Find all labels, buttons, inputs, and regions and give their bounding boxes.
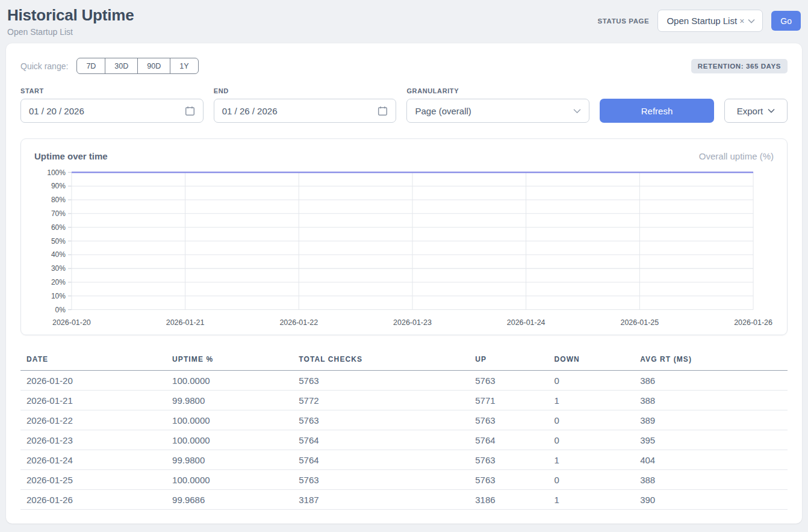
table-cell: 99.9800 bbox=[166, 450, 293, 470]
start-date-label: START bbox=[20, 87, 204, 94]
table-row: 2026-01-2199.9800577257711388 bbox=[20, 391, 788, 410]
uptime-chart: 100%90%80%70%60%50%40%30%20%10%0%2026-01… bbox=[34, 167, 774, 329]
page-title: Historical Uptime bbox=[7, 6, 134, 25]
quick-range-90d[interactable]: 90D bbox=[137, 58, 170, 74]
title-block: Historical Uptime Open Startup List bbox=[7, 6, 134, 37]
quick-range-group: 7D30D90D1Y bbox=[76, 58, 198, 74]
table-cell: 100.0000 bbox=[166, 410, 293, 430]
end-date-field-wrap: END 01 / 26 / 2026 bbox=[214, 87, 397, 123]
calendar-icon[interactable] bbox=[378, 106, 388, 116]
page-subtitle: Open Startup List bbox=[7, 27, 134, 37]
table-cell: 5764 bbox=[293, 430, 469, 450]
table-cell: 100.0000 bbox=[166, 371, 293, 391]
table-row: 2026-01-2699.9686318731861390 bbox=[20, 490, 788, 510]
retention-badge: RETENTION: 365 DAYS bbox=[691, 59, 788, 73]
granularity-label: GRANULARITY bbox=[406, 87, 589, 94]
table-cell: 0 bbox=[548, 430, 634, 450]
table-cell: 404 bbox=[634, 450, 788, 470]
topbar: Historical Uptime Open Startup List STAT… bbox=[0, 0, 808, 43]
end-date-label: END bbox=[214, 87, 397, 94]
table-cell: 0 bbox=[548, 371, 634, 391]
table-cell: 395 bbox=[634, 430, 788, 450]
status-page-select[interactable]: Open Startup List × bbox=[657, 10, 763, 32]
table-cell: 2026-01-24 bbox=[20, 450, 166, 470]
table-row: 2026-01-23100.0000576457640395 bbox=[20, 430, 788, 450]
export-button[interactable]: Export bbox=[724, 99, 788, 123]
uptime-chart-card: Uptime over time Overall uptime (%) 100%… bbox=[20, 138, 788, 335]
svg-text:80%: 80% bbox=[51, 196, 66, 204]
table-cell: 2026-01-21 bbox=[20, 391, 166, 410]
table-cell: 390 bbox=[634, 490, 788, 510]
quick-range-label: Quick range: bbox=[20, 61, 68, 71]
svg-text:100%: 100% bbox=[47, 168, 66, 176]
table-cell: 2026-01-20 bbox=[20, 371, 166, 391]
quick-range-30d[interactable]: 30D bbox=[105, 58, 138, 74]
svg-text:2026-01-23: 2026-01-23 bbox=[393, 317, 432, 326]
svg-text:2026-01-25: 2026-01-25 bbox=[620, 317, 659, 326]
table-cell: 389 bbox=[634, 410, 788, 430]
table-cell: 5763 bbox=[469, 470, 548, 490]
end-date-value: 01 / 26 / 2026 bbox=[222, 106, 278, 116]
chevron-down-icon bbox=[748, 19, 755, 23]
table-cell: 1 bbox=[548, 490, 634, 510]
uptime-table-head: DATEUPTIME %TOTAL CHECKSUPDOWNAVG RT (MS… bbox=[20, 350, 788, 371]
granularity-select[interactable]: Page (overall) bbox=[406, 99, 589, 123]
table-cell: 99.9800 bbox=[166, 391, 293, 410]
status-page-label: STATUS PAGE bbox=[598, 17, 650, 25]
table-cell: 2026-01-23 bbox=[20, 430, 166, 450]
chevron-down-icon bbox=[768, 108, 775, 113]
table-cell: 388 bbox=[634, 391, 788, 410]
table-cell: 5763 bbox=[469, 450, 548, 470]
start-date-input[interactable]: 01 / 20 / 2026 bbox=[20, 99, 204, 123]
table-cell: 100.0000 bbox=[166, 470, 293, 490]
svg-text:0%: 0% bbox=[55, 306, 66, 314]
granularity-selected-value: Page (overall) bbox=[415, 106, 471, 116]
status-page-selected-value: Open Startup List bbox=[667, 16, 737, 26]
svg-text:20%: 20% bbox=[51, 278, 66, 286]
end-date-input[interactable]: 01 / 26 / 2026 bbox=[214, 99, 397, 123]
svg-text:70%: 70% bbox=[51, 209, 66, 218]
table-cell: 1 bbox=[548, 391, 634, 410]
svg-text:50%: 50% bbox=[51, 237, 66, 245]
table-cell: 3186 bbox=[469, 490, 548, 510]
column-header: UPTIME % bbox=[166, 350, 293, 371]
table-cell: 0 bbox=[548, 410, 634, 430]
svg-text:2026-01-22: 2026-01-22 bbox=[279, 317, 318, 326]
clear-selection-icon[interactable]: × bbox=[739, 16, 744, 26]
go-button[interactable]: Go bbox=[771, 11, 801, 31]
refresh-button[interactable]: Refresh bbox=[600, 99, 714, 123]
table-cell: 5772 bbox=[293, 391, 469, 410]
table-cell: 5763 bbox=[469, 371, 548, 391]
column-header: UP bbox=[469, 350, 548, 371]
calendar-icon[interactable] bbox=[185, 106, 195, 116]
table-cell: 100.0000 bbox=[166, 430, 293, 450]
start-date-field-wrap: START 01 / 20 / 2026 bbox=[20, 87, 204, 123]
table-row: 2026-01-22100.0000576357630389 bbox=[20, 410, 788, 430]
export-button-label: Export bbox=[737, 106, 763, 116]
uptime-table-body: 2026-01-20100.00005763576303862026-01-21… bbox=[20, 371, 788, 510]
uptime-table: DATEUPTIME %TOTAL CHECKSUPDOWNAVG RT (MS… bbox=[20, 350, 788, 510]
table-cell: 2026-01-25 bbox=[20, 470, 166, 490]
svg-text:2026-01-26: 2026-01-26 bbox=[734, 317, 772, 326]
start-date-value: 01 / 20 / 2026 bbox=[29, 106, 84, 116]
column-header: DOWN bbox=[548, 350, 634, 371]
svg-text:2026-01-24: 2026-01-24 bbox=[507, 317, 545, 326]
table-cell: 2026-01-26 bbox=[20, 490, 166, 510]
column-header: DATE bbox=[20, 350, 166, 371]
quick-range-7d[interactable]: 7D bbox=[76, 58, 105, 74]
table-row: 2026-01-25100.0000576357630388 bbox=[20, 470, 788, 490]
table-cell: 5763 bbox=[293, 470, 469, 490]
chart-title: Uptime over time bbox=[34, 151, 108, 161]
quick-range-row: Quick range: 7D30D90D1Y RETENTION: 365 D… bbox=[20, 58, 788, 74]
svg-text:60%: 60% bbox=[51, 223, 66, 232]
svg-text:2026-01-20: 2026-01-20 bbox=[52, 317, 91, 326]
table-cell: 5771 bbox=[469, 391, 548, 410]
filters-row: START 01 / 20 / 2026 END 01 / 26 / 2026 … bbox=[20, 87, 788, 123]
chart-legend: Overall uptime (%) bbox=[699, 151, 774, 161]
svg-text:40%: 40% bbox=[51, 250, 66, 259]
column-header: TOTAL CHECKS bbox=[293, 350, 469, 371]
table-cell: 388 bbox=[634, 470, 788, 490]
quick-range-1y[interactable]: 1Y bbox=[170, 58, 198, 74]
table-cell: 0 bbox=[548, 470, 634, 490]
svg-text:10%: 10% bbox=[51, 292, 66, 300]
